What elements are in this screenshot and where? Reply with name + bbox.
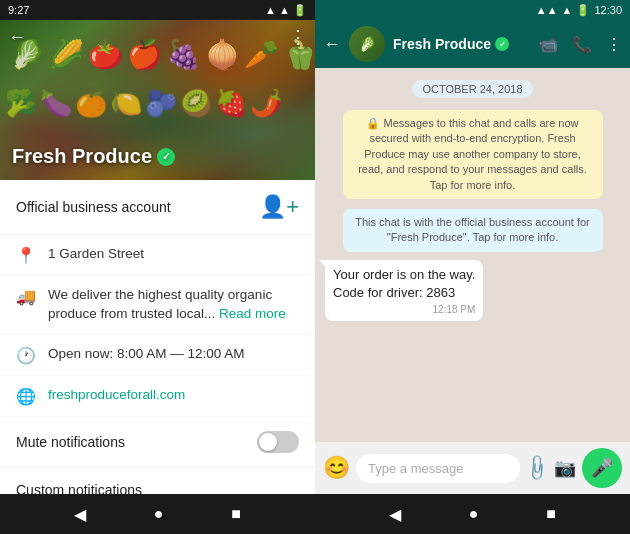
mic-button[interactable]: 🎤 [582,448,622,488]
right-status-time: 12:30 [594,4,622,16]
left-status-time: 9:27 [8,4,29,16]
left-status-bar: 9:27 ▲ ▲ 🔋 [0,0,315,20]
right-signal-icon: ▲▲ [536,4,558,16]
right-business-name: Fresh Produce ✓ [393,36,530,52]
chat-input-bar: 😊 Type a message 📎 📷 🎤 [315,442,630,494]
date-badge: OCTOBER 24, 2018 [412,80,532,98]
right-battery-icon: 🔋 [576,4,590,17]
globe-icon: 🌐 [16,387,34,406]
hours-text: Open now: 8:00 AM — 12:00 AM [48,345,245,364]
website-link[interactable]: freshproduceforall.com [48,386,185,405]
hero-back-button[interactable]: ← [8,27,26,48]
right-nav-recents[interactable]: ■ [546,505,556,523]
hero-top-bar: ← ⋮ [0,20,315,54]
website-anchor[interactable]: freshproduceforall.com [48,387,185,402]
hero-business-name: Fresh Produce ✓ [12,145,175,168]
custom-notifications-row[interactable]: Custom notitications [0,468,315,494]
right-nav-home[interactable]: ● [469,505,479,523]
right-header-icons: 📹 📞 ⋮ [538,35,622,54]
hero-image: ← ⋮ Fresh Produce ✓ [0,20,315,180]
detail-description: 🚚 We deliver the highest quality organic… [0,276,315,335]
read-more-link[interactable]: Read more [219,306,286,321]
detail-address: 📍 1 Garden Street [0,235,315,276]
hero-title-area: Fresh Produce ✓ [12,145,175,168]
message-input[interactable]: Type a message [356,454,520,483]
right-nav-back[interactable]: ◀ [389,505,401,524]
official-row: Official business account 👤+ [0,180,315,235]
left-nav-home[interactable]: ● [154,505,164,523]
voice-call-button[interactable]: 📞 [572,35,592,54]
description-text: We deliver the highest quality organic p… [48,286,299,324]
system-message-encryption[interactable]: 🔒 Messages to this chat and calls are no… [343,110,603,199]
delivery-icon: 🚚 [16,287,34,306]
chat-area: OCTOBER 24, 2018 🔒 Messages to this chat… [315,68,630,442]
clock-icon: 🕐 [16,346,34,365]
right-title-area: Fresh Produce ✓ [393,36,530,52]
right-header: ← 🥬 Fresh Produce ✓ 📹 📞 ⋮ [315,20,630,68]
right-status-bar: ▲▲ ▲ 🔋 12:30 [315,0,630,20]
right-panel: ▲▲ ▲ 🔋 12:30 ← 🥬 Fresh Produce ✓ 📹 📞 ⋮ O… [315,0,630,534]
message-bubble-1: Your order is on the way. Code for drive… [325,260,483,321]
video-call-button[interactable]: 📹 [538,35,558,54]
hero-more-button[interactable]: ⋮ [289,26,307,48]
right-avatar[interactable]: 🥬 [349,26,385,62]
custom-notif-label: Custom notitications [16,482,142,494]
mic-icon: 🎤 [591,457,613,479]
location-icon: 📍 [16,246,34,265]
official-label: Official business account [16,199,171,215]
left-status-icons: ▲ ▲ 🔋 [265,4,307,17]
right-back-button[interactable]: ← [323,34,341,55]
left-panel: 9:27 ▲ ▲ 🔋 ← ⋮ Fresh Produce ✓ Official … [0,0,315,534]
add-contact-button[interactable]: 👤+ [259,194,299,220]
right-nav-bar: ◀ ● ■ [315,494,630,534]
left-nav-back[interactable]: ◀ [74,505,86,524]
attach-button[interactable]: 📎 [521,452,552,483]
emoji-button[interactable]: 😊 [323,455,350,481]
mute-label: Mute notifications [16,434,125,450]
right-verified-badge: ✓ [495,37,509,51]
detail-website: 🌐 freshproduceforall.com [0,376,315,417]
info-section: Official business account 👤+ 📍 1 Garden … [0,180,315,494]
right-more-button[interactable]: ⋮ [606,35,622,54]
message-time-1: 12:18 PM [333,304,475,315]
detail-hours: 🕐 Open now: 8:00 AM — 12:00 AM [0,335,315,376]
system-message-official[interactable]: This chat is with the official business … [343,209,603,252]
hero-verified-badge: ✓ [157,148,175,166]
right-wifi-icon: ▲ [562,4,573,16]
left-nav-recents[interactable]: ■ [231,505,241,523]
address-text: 1 Garden Street [48,245,144,264]
camera-button[interactable]: 📷 [554,457,576,479]
mute-toggle[interactable] [257,431,299,453]
message-text-1: Your order is on the way. Code for drive… [333,266,475,302]
left-nav-bar: ◀ ● ■ [0,494,315,534]
mute-notifications-row: Mute notifications [0,417,315,468]
